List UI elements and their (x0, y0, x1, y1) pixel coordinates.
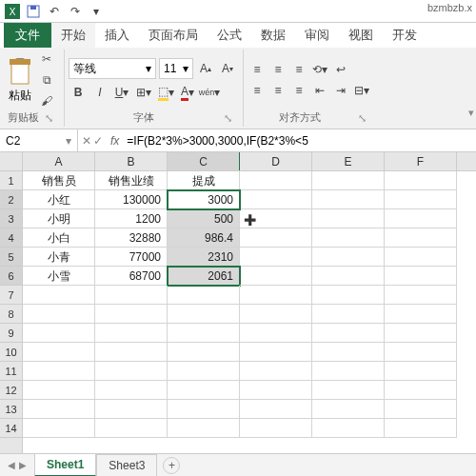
save-icon[interactable] (25, 3, 42, 20)
cell[interactable] (240, 267, 312, 286)
align-middle-icon[interactable]: ≡ (268, 60, 288, 79)
cell[interactable] (312, 209, 385, 228)
redo-icon[interactable]: ↷ (67, 3, 84, 20)
select-all-corner[interactable] (0, 152, 22, 171)
italic-button[interactable]: I (90, 83, 109, 102)
formula-input[interactable]: =IF(B2*3%>3000,3000,IF(B2*3%<5 (123, 134, 476, 148)
undo-icon[interactable]: ↶ (46, 3, 63, 20)
fill-color-button[interactable]: ⬚▾ (156, 83, 175, 102)
cancel-formula-icon[interactable]: ✕ (82, 134, 91, 148)
grow-font-icon[interactable]: A▴ (196, 59, 215, 78)
cell[interactable]: 68700 (95, 267, 168, 286)
cell[interactable] (240, 286, 312, 305)
cell[interactable] (168, 419, 240, 438)
row-header[interactable]: 6 (0, 267, 22, 286)
cell[interactable] (385, 324, 457, 343)
cell[interactable] (168, 286, 240, 305)
cell[interactable] (312, 267, 385, 286)
orientation-icon[interactable]: ⟲▾ (310, 60, 329, 79)
tab-review[interactable]: 审阅 (295, 23, 339, 48)
cell[interactable] (385, 171, 457, 190)
alignment-launcher-icon[interactable]: ⤡ (352, 112, 371, 125)
row-header[interactable]: 7 (0, 286, 22, 305)
clipboard-launcher-icon[interactable]: ⤡ (39, 112, 58, 125)
paste-button[interactable]: 粘贴 (8, 57, 32, 104)
sheet-tab-3[interactable]: Sheet3 (96, 454, 157, 476)
cell[interactable] (240, 362, 312, 381)
cell[interactable] (385, 400, 457, 419)
cell[interactable] (95, 305, 168, 324)
tab-data[interactable]: 数据 (251, 23, 295, 48)
increase-indent-icon[interactable]: ⇥ (331, 81, 350, 100)
cell[interactable] (240, 228, 312, 248)
cell[interactable] (95, 286, 168, 305)
cell[interactable] (385, 209, 457, 228)
cell[interactable] (240, 419, 312, 438)
cell[interactable] (240, 305, 312, 324)
tab-file[interactable]: 文件 (4, 23, 51, 48)
cell[interactable] (312, 286, 385, 305)
cell[interactable] (23, 419, 95, 438)
cell[interactable] (240, 324, 312, 343)
row-header[interactable]: 10 (0, 343, 22, 362)
cell[interactable]: 77000 (95, 248, 168, 267)
active-cell[interactable]: 3000 (168, 190, 240, 209)
align-bottom-icon[interactable]: ≡ (289, 60, 308, 79)
cell[interactable] (385, 305, 457, 324)
cell[interactable] (385, 267, 457, 286)
col-header[interactable]: F (385, 152, 457, 170)
cell[interactable] (168, 343, 240, 362)
qat-dropdown-icon[interactable]: ▾ (88, 3, 105, 20)
cell[interactable]: 销售业绩 (95, 171, 168, 190)
underline-button[interactable]: U▾ (112, 83, 131, 102)
cell[interactable] (240, 171, 312, 190)
cell[interactable] (23, 286, 95, 305)
cell[interactable] (385, 343, 457, 362)
cut-icon[interactable]: ✂ (38, 51, 55, 67)
tab-view[interactable]: 视图 (339, 23, 383, 48)
tab-layout[interactable]: 页面布局 (139, 23, 208, 48)
cell[interactable]: 986.4 (168, 228, 240, 248)
align-right-icon[interactable]: ≡ (289, 81, 308, 100)
col-header[interactable]: B (95, 152, 168, 170)
format-painter-icon[interactable]: 🖌 (38, 93, 55, 109)
row-header[interactable]: 14 (0, 419, 22, 438)
bold-button[interactable]: B (69, 83, 88, 102)
cell[interactable]: 提成 (168, 171, 240, 190)
cell[interactable]: 1200 (95, 209, 168, 228)
cell[interactable]: 小红 (23, 190, 95, 209)
cell[interactable] (95, 400, 168, 419)
wrap-text-icon[interactable]: ↩ (331, 60, 350, 79)
row-header[interactable]: 12 (0, 381, 22, 400)
col-header[interactable]: D (240, 152, 312, 170)
cell[interactable] (23, 381, 95, 400)
row-header[interactable]: 1 (0, 171, 22, 190)
row-header[interactable]: 8 (0, 305, 22, 324)
cell[interactable] (168, 381, 240, 400)
cell[interactable] (312, 324, 385, 343)
font-color-button[interactable]: A▾ (178, 83, 197, 102)
cell[interactable]: 小明 (23, 209, 95, 228)
cell[interactable] (312, 400, 385, 419)
font-size-select[interactable]: 11▾ (159, 58, 193, 79)
cell[interactable] (312, 171, 385, 190)
cell[interactable]: 500 (168, 209, 240, 228)
cell[interactable] (23, 324, 95, 343)
cell[interactable] (312, 381, 385, 400)
sheet-tab-1[interactable]: Sheet1 (34, 453, 96, 476)
cell[interactable] (385, 286, 457, 305)
shrink-font-icon[interactable]: A▾ (218, 59, 237, 78)
merge-center-icon[interactable]: ⊟▾ (352, 81, 371, 100)
ribbon-scroll-icon[interactable]: ▾ (468, 107, 474, 119)
row-header[interactable]: 5 (0, 248, 22, 267)
row-header[interactable]: 11 (0, 362, 22, 381)
align-left-icon[interactable]: ≡ (248, 81, 267, 100)
tab-home[interactable]: 开始 (51, 23, 95, 48)
col-header[interactable]: E (312, 152, 385, 170)
font-name-select[interactable]: 等线▾ (69, 58, 156, 79)
cell[interactable] (312, 419, 385, 438)
cell[interactable] (240, 343, 312, 362)
cell[interactable] (312, 228, 385, 248)
cell[interactable] (312, 305, 385, 324)
row-header[interactable]: 13 (0, 400, 22, 419)
